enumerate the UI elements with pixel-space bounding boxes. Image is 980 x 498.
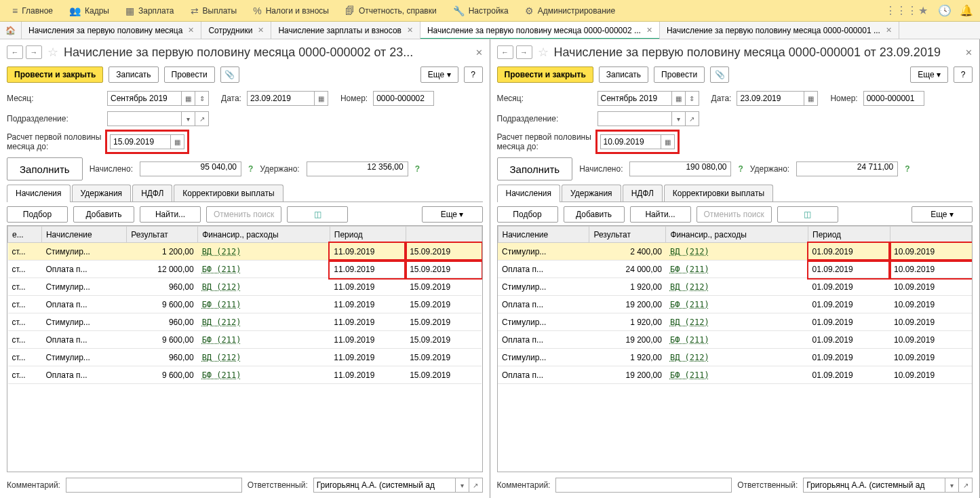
spinner-icon[interactable]: ⇕ <box>686 91 699 106</box>
cell-finance[interactable]: ВД (212) <box>666 349 808 366</box>
post-button[interactable]: Провести <box>654 66 705 83</box>
menu-Кадры[interactable]: 👥Кадры <box>61 0 117 21</box>
close-icon[interactable]: ✕ <box>475 47 483 58</box>
date-input[interactable]: 23.09.2019 <box>247 91 315 106</box>
tab-close-icon[interactable]: ✕ <box>258 26 264 35</box>
help-icon[interactable]: ? <box>415 164 420 174</box>
col-header[interactable]: Результат <box>589 227 666 243</box>
subtab-Корректировки выплаты[interactable]: Корректировки выплаты <box>664 185 773 202</box>
menu-Главное[interactable]: ≡Главное <box>4 0 61 21</box>
col-header[interactable]: Финансир., расходы <box>666 227 808 243</box>
help-icon[interactable]: ? <box>248 164 253 174</box>
bell-icon[interactable]: 🔔 <box>957 1 976 20</box>
dropdown-icon[interactable]: ▾ <box>945 478 959 493</box>
dept-input[interactable] <box>107 111 182 126</box>
attach-icon[interactable]: 📎 <box>710 66 729 83</box>
doc-tab[interactable]: Начисление за первую половину месяца 000… <box>420 22 660 39</box>
table-row[interactable]: ст...Оплата п...9 600,00БФ (211)11.09.20… <box>8 366 482 384</box>
table-row[interactable]: ст...Оплата п...12 000,00БФ (211)11.09.2… <box>8 261 482 278</box>
table-row[interactable]: ст...Оплата п...9 600,00БФ (211)11.09.20… <box>8 331 482 349</box>
attach-icon[interactable]: 📎 <box>220 66 239 83</box>
table-row[interactable]: ст...Стимулир...960,00ВД (212)11.09.2019… <box>8 349 482 366</box>
menu-Администрирование[interactable]: ⚙Администрирование <box>517 0 623 21</box>
withheld-amount[interactable]: 12 356,00 <box>307 161 408 176</box>
table-row[interactable]: Оплата п...19 200,00БФ (211)01.09.201910… <box>498 296 972 313</box>
nav-fwd[interactable]: → <box>516 45 532 59</box>
cell-finance[interactable]: БФ (211) <box>666 261 808 278</box>
nav-fwd[interactable]: → <box>26 45 42 59</box>
select-button[interactable]: Подбор <box>497 206 558 223</box>
dept-input[interactable] <box>597 111 672 126</box>
calendar-icon[interactable]: ▦ <box>182 91 195 106</box>
select-button[interactable]: Подбор <box>7 206 68 223</box>
cell-finance[interactable]: ВД (212) <box>198 243 330 261</box>
subtab-Корректировки выплаты[interactable]: Корректировки выплаты <box>174 185 283 202</box>
col-header[interactable]: Результат <box>127 227 198 243</box>
accruals-table[interactable]: е...НачислениеРезультатФинансир., расход… <box>7 225 483 472</box>
tab-close-icon[interactable]: ✕ <box>886 26 892 35</box>
number-input[interactable]: 0000-000001 <box>863 91 924 106</box>
cell-finance[interactable]: БФ (211) <box>666 296 808 313</box>
help-icon[interactable]: ? <box>738 164 743 174</box>
spinner-icon[interactable]: ⇕ <box>195 91 209 106</box>
cell-finance[interactable]: БФ (211) <box>198 331 330 349</box>
cell-finance[interactable]: ВД (212) <box>198 349 330 366</box>
more-button[interactable]: Еще ▾ <box>420 66 458 83</box>
doc-tab[interactable]: Начисление зарплаты и взносов✕ <box>271 22 420 39</box>
cell-finance[interactable]: БФ (211) <box>198 261 330 278</box>
favorite-star-icon[interactable]: ☆ <box>47 45 58 60</box>
cancel-find-button[interactable]: Отменить поиск <box>206 206 281 223</box>
cell-finance[interactable]: БФ (211) <box>198 296 330 313</box>
home-tab[interactable]: 🏠 <box>0 22 22 39</box>
tab-close-icon[interactable]: ✕ <box>188 26 194 35</box>
nav-back[interactable]: ← <box>7 45 23 59</box>
col-header[interactable]: Период <box>808 227 890 243</box>
add-button[interactable]: Добавить <box>564 206 625 223</box>
menu-Налоги и взносы[interactable]: %Налоги и взносы <box>245 0 337 21</box>
table-row[interactable]: Стимулир...1 920,00ВД (212)01.09.201910.… <box>498 313 972 331</box>
table-row[interactable]: ст...Стимулир...960,00ВД (212)11.09.2019… <box>8 278 482 296</box>
cancel-find-button[interactable]: Отменить поиск <box>697 206 772 223</box>
cell-finance[interactable]: БФ (211) <box>198 366 330 384</box>
dropdown-icon[interactable]: ▾ <box>182 111 195 126</box>
comment-input[interactable] <box>66 478 242 493</box>
more-button[interactable]: Еще ▾ <box>910 66 948 83</box>
table-row[interactable]: Оплата п...19 200,00БФ (211)01.09.201910… <box>498 366 972 384</box>
calc-date-input[interactable]: 15.09.2019 <box>110 134 171 149</box>
favorite-star-icon[interactable]: ☆ <box>538 45 549 60</box>
nav-back[interactable]: ← <box>497 45 513 59</box>
col-header[interactable]: е... <box>8 227 42 243</box>
open-icon[interactable]: ↗ <box>195 111 209 126</box>
subtab-Удержания[interactable]: Удержания <box>72 185 132 202</box>
subtab-Начисления[interactable]: Начисления <box>7 185 71 202</box>
table-row[interactable]: ст...Стимулир...1 200,00ВД (212)11.09.20… <box>8 243 482 261</box>
month-input[interactable]: Сентябрь 2019 <box>597 91 672 106</box>
history-icon[interactable]: 🕓 <box>935 1 954 20</box>
menu-Отчетность, справки[interactable]: 🗐Отчетность, справки <box>337 0 445 21</box>
doc-tab[interactable]: Начисление за первую половину месяца 000… <box>660 22 899 39</box>
cell-finance[interactable]: ВД (212) <box>198 278 330 296</box>
table-row[interactable]: ст...Стимулир...960,00ВД (212)11.09.2019… <box>8 313 482 331</box>
add-button[interactable]: Добавить <box>73 206 134 223</box>
fill-button[interactable]: Заполнить <box>497 157 573 180</box>
open-icon[interactable]: ↗ <box>959 478 973 493</box>
calendar-icon[interactable]: ▦ <box>661 134 675 149</box>
open-icon[interactable]: ↗ <box>686 111 699 126</box>
cell-finance[interactable]: ВД (212) <box>666 313 808 331</box>
tab-close-icon[interactable]: ✕ <box>646 26 652 35</box>
post-button[interactable]: Провести <box>164 66 215 83</box>
table-row[interactable]: Стимулир...2 400,00ВД (212)01.09.201910.… <box>498 243 972 261</box>
help-button[interactable]: ? <box>464 66 483 83</box>
withheld-amount[interactable]: 24 711,00 <box>796 161 898 176</box>
post-and-close-button[interactable]: Провести и закрыть <box>7 66 103 83</box>
calendar-icon[interactable]: ▦ <box>315 91 328 106</box>
col-header[interactable]: Начисление <box>498 227 589 243</box>
cell-finance[interactable]: ВД (212) <box>666 243 808 261</box>
number-input[interactable]: 0000-000002 <box>373 91 434 106</box>
menu-Зарплата[interactable]: ▦Зарплата <box>117 0 182 21</box>
doc-tab[interactable]: Сотрудники✕ <box>201 22 271 39</box>
calendar-icon[interactable]: ▦ <box>672 91 686 106</box>
cell-finance[interactable]: БФ (211) <box>666 331 808 349</box>
table-more-button[interactable]: Еще ▾ <box>422 206 483 223</box>
find-button[interactable]: Найти... <box>140 206 201 223</box>
